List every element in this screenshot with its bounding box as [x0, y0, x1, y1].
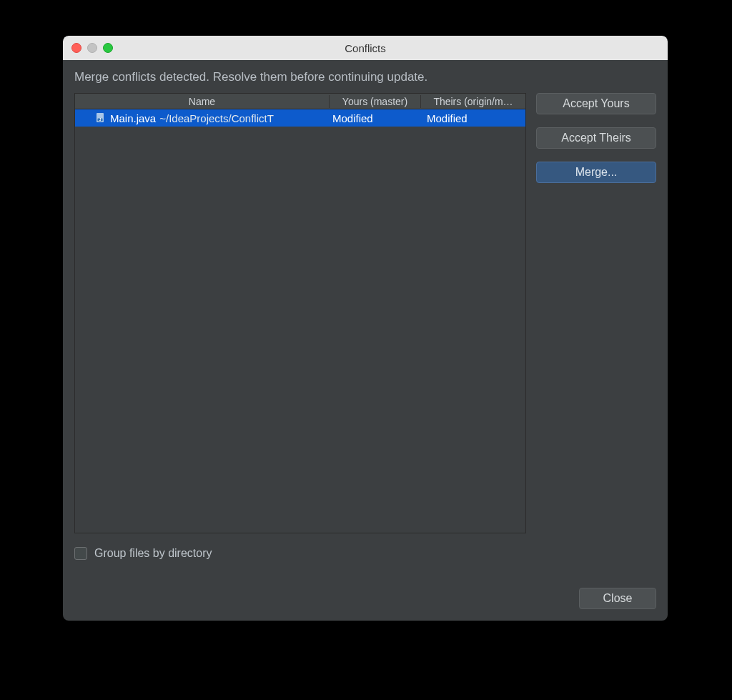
- table-row[interactable]: J Main.java ~/IdeaProjects/ConflictT Mod…: [75, 109, 525, 127]
- group-files-checkbox[interactable]: [74, 547, 87, 560]
- conflict-message: Merge conflicts detected. Resolve them b…: [74, 70, 656, 84]
- filename: Main.java: [110, 112, 156, 124]
- table-body: J Main.java ~/IdeaProjects/ConflictT Mod…: [75, 109, 525, 533]
- main-content: Name Yours (master) Theirs (origin/m… J: [74, 93, 656, 533]
- close-window-button[interactable]: [71, 43, 81, 53]
- file-path: ~/IdeaProjects/ConflictT: [159, 112, 274, 124]
- cell-name: J Main.java ~/IdeaProjects/ConflictT: [75, 112, 330, 124]
- dialog-body: Merge conflicts detected. Resolve them b…: [63, 60, 668, 621]
- window-controls: [71, 43, 113, 53]
- conflicts-dialog: Conflicts Merge conflicts detected. Reso…: [63, 36, 668, 621]
- table-header: Name Yours (master) Theirs (origin/m…: [75, 94, 525, 109]
- titlebar: Conflicts: [63, 36, 668, 60]
- minimize-window-button[interactable]: [87, 43, 97, 53]
- cell-theirs: Modified: [421, 112, 525, 124]
- cell-yours: Modified: [330, 112, 421, 124]
- bottom-bar: Close: [74, 588, 656, 609]
- close-button[interactable]: Close: [579, 588, 656, 609]
- zoom-window-button[interactable]: [103, 43, 113, 53]
- conflicts-table[interactable]: Name Yours (master) Theirs (origin/m… J: [74, 93, 526, 533]
- svg-text:J: J: [99, 118, 102, 122]
- java-file-icon: J: [95, 112, 107, 124]
- column-header-name[interactable]: Name: [75, 95, 330, 108]
- footer-options: Group files by directory: [74, 543, 656, 563]
- action-buttons: Accept Yours Accept Theirs Merge...: [536, 93, 656, 533]
- window-title: Conflicts: [63, 42, 668, 54]
- column-header-yours[interactable]: Yours (master): [330, 95, 421, 108]
- column-header-theirs[interactable]: Theirs (origin/m…: [421, 95, 525, 108]
- group-files-label[interactable]: Group files by directory: [94, 547, 212, 560]
- merge-button[interactable]: Merge...: [536, 162, 656, 183]
- accept-yours-button[interactable]: Accept Yours: [536, 93, 656, 114]
- accept-theirs-button[interactable]: Accept Theirs: [536, 127, 656, 149]
